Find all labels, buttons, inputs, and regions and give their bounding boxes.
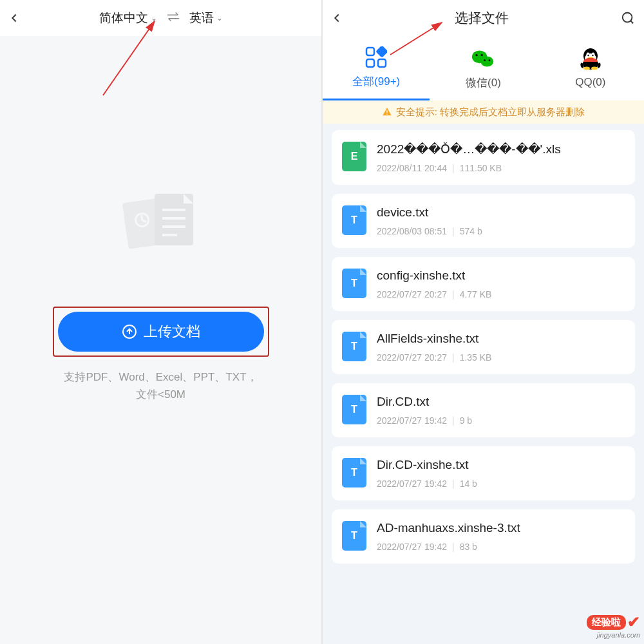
- file-meta: 2022/07/27 20:27|1.35 KB: [377, 352, 625, 363]
- file-info: device.txt2022/08/03 08:51|574 b: [377, 205, 625, 236]
- upload-highlight-box: 上传文档: [53, 307, 269, 357]
- file-item[interactable]: TDir.CD.txt2022/07/27 19:42|9 b: [332, 383, 635, 437]
- chevron-down-icon: ⌄: [151, 14, 157, 23]
- file-name: 2022���Ǒ�…���-��'.xls: [377, 142, 625, 156]
- tab-label: 全部(99+): [352, 74, 400, 89]
- file-info: AD-manhuaxs.xinshe-3.txt2022/07/27 19:42…: [377, 521, 625, 552]
- tab-wechat[interactable]: 微信(0): [430, 36, 536, 100]
- target-language-dropdown[interactable]: 英语 ⌄: [189, 10, 223, 26]
- source-tabs: 全部(99+) 微信(0) QQ(0): [323, 36, 644, 100]
- svg-point-30: [583, 67, 590, 70]
- file-type-icon: T: [342, 521, 366, 551]
- tab-qq[interactable]: QQ(0): [537, 36, 644, 100]
- meta-separator: |: [452, 163, 455, 173]
- upload-document-button[interactable]: 上传文档: [58, 312, 264, 352]
- file-type-icon: T: [342, 269, 366, 298]
- svg-rect-12: [366, 48, 374, 55]
- upload-area: 上传文档 支持PDF、Word、Excel、PPT、TXT， 文件<50M: [0, 36, 321, 644]
- file-item[interactable]: Tconfig-xinshe.txt2022/07/27 20:27|4.77 …: [332, 257, 635, 311]
- file-info: Dir.CD.txt2022/07/27 19:42|9 b: [377, 395, 625, 426]
- file-item[interactable]: E2022���Ǒ�…���-��'.xls2022/08/11 20:44|1…: [332, 130, 635, 185]
- file-date: 2022/08/03 08:51: [377, 226, 447, 236]
- file-info: Dir.CD-xinshe.txt2022/07/27 19:42|14 b: [377, 458, 625, 489]
- svg-rect-13: [366, 59, 374, 67]
- svg-point-19: [481, 53, 483, 55]
- file-info: AllFields-xinshe.txt2022/07/27 20:27|1.3…: [377, 332, 625, 363]
- upload-hint-text: 支持PDF、Word、Excel、PPT、TXT， 文件<50M: [64, 368, 257, 403]
- meta-separator: |: [452, 226, 455, 236]
- file-type-icon: T: [342, 395, 366, 424]
- file-date: 2022/07/27 19:42: [377, 478, 447, 489]
- file-size: 83 b: [460, 542, 477, 552]
- file-name: device.txt: [377, 205, 625, 220]
- file-type-icon: T: [342, 458, 366, 488]
- file-picker-screen: 选择文件 全部(99+) 微信(0): [323, 0, 644, 644]
- warning-icon: [382, 107, 392, 117]
- file-date: 2022/08/11 20:44: [377, 163, 447, 173]
- svg-point-20: [484, 59, 486, 61]
- file-name: AD-manhuaxs.xinshe-3.txt: [377, 521, 625, 535]
- watermark-badge: 经验啦: [587, 615, 626, 630]
- checkmark-icon: ✔: [627, 613, 640, 631]
- file-size: 574 b: [460, 226, 482, 236]
- svg-point-9: [623, 13, 632, 23]
- file-item[interactable]: TAD-manhuaxs.xinshe-3.txt2022/07/27 19:4…: [332, 509, 635, 564]
- svg-rect-15: [375, 46, 387, 58]
- file-size: 4.77 KB: [460, 289, 492, 299]
- svg-point-17: [481, 56, 494, 66]
- svg-rect-33: [386, 114, 387, 115]
- file-list[interactable]: E2022���Ǒ�…���-��'.xls2022/08/11 20:44|1…: [323, 124, 644, 644]
- file-size: 14 b: [460, 478, 477, 489]
- file-date: 2022/07/27 19:42: [377, 542, 447, 552]
- search-button[interactable]: [612, 11, 644, 25]
- topbar-right: 选择文件: [323, 0, 644, 36]
- svg-line-10: [631, 21, 634, 24]
- file-size: 9 b: [460, 415, 472, 426]
- tab-label: 微信(0): [466, 75, 501, 90]
- file-date: 2022/07/27 20:27: [377, 352, 447, 363]
- back-button[interactable]: [323, 11, 351, 25]
- file-meta: 2022/08/03 08:51|574 b: [377, 226, 625, 236]
- svg-point-18: [476, 53, 478, 55]
- file-type-icon: T: [342, 332, 366, 361]
- svg-point-27: [592, 55, 593, 56]
- file-size: 111.50 KB: [460, 163, 502, 173]
- file-info: config-xinshe.txt2022/07/27 20:27|4.77 K…: [377, 269, 625, 299]
- meta-separator: |: [452, 478, 455, 489]
- file-type-icon: T: [342, 205, 366, 235]
- meta-separator: |: [452, 352, 455, 363]
- tab-label: QQ(0): [575, 76, 605, 89]
- tab-all[interactable]: 全部(99+): [323, 36, 430, 100]
- file-item[interactable]: TDir.CD-xinshe.txt2022/07/27 19:42|14 b: [332, 446, 635, 500]
- meta-separator: |: [452, 415, 455, 426]
- file-name: AllFields-xinshe.txt: [377, 332, 625, 346]
- file-item[interactable]: Tdevice.txt2022/08/03 08:51|574 b: [332, 194, 635, 248]
- file-item[interactable]: TAllFields-xinshe.txt2022/07/27 20:27|1.…: [332, 320, 635, 374]
- grid-icon: [365, 46, 388, 69]
- file-size: 1.35 KB: [460, 352, 492, 363]
- translate-upload-screen: 简体中文 ⌄ 英语 ⌄: [0, 0, 321, 644]
- svg-rect-14: [378, 59, 386, 67]
- file-meta: 2022/07/27 19:42|9 b: [377, 415, 625, 426]
- swap-languages-button[interactable]: [166, 11, 180, 25]
- upload-button-label: 上传文档: [144, 322, 200, 341]
- file-date: 2022/07/27 20:27: [377, 289, 447, 299]
- file-name: Dir.CD-xinshe.txt: [377, 458, 625, 472]
- svg-point-21: [489, 59, 491, 61]
- file-meta: 2022/07/27 19:42|83 b: [377, 542, 625, 552]
- file-info: 2022���Ǒ�…���-��'.xls2022/08/11 20:44|11…: [377, 142, 625, 173]
- wechat-icon: [471, 47, 495, 70]
- file-type-icon: E: [342, 142, 366, 171]
- watermark: 经验啦 ✔ jingyanla.com: [587, 613, 640, 639]
- security-banner-text: 安全提示: 转换完成后文档立即从服务器删除: [396, 106, 585, 118]
- source-language-dropdown[interactable]: 简体中文 ⌄: [99, 10, 157, 26]
- svg-rect-32: [386, 110, 387, 113]
- topbar-left: 简体中文 ⌄ 英语 ⌄: [0, 0, 321, 36]
- source-language-label: 简体中文: [99, 10, 148, 26]
- language-selector: 简体中文 ⌄ 英语 ⌄: [28, 10, 293, 26]
- watermark-url: jingyanla.com: [587, 631, 640, 639]
- target-language-label: 英语: [189, 10, 214, 26]
- file-name: Dir.CD.txt: [377, 395, 625, 409]
- page-title: 选择文件: [351, 9, 612, 27]
- back-button[interactable]: [0, 11, 28, 25]
